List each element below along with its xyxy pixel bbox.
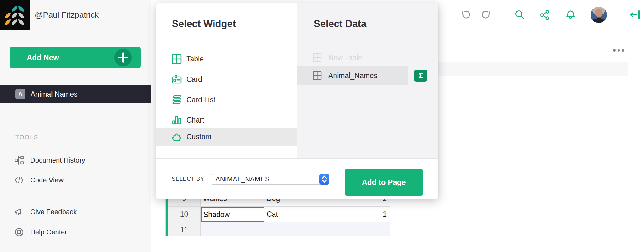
up-down-chevrons-icon xyxy=(319,174,329,185)
left-sidebar: Add New A Animal Names TOOLS Document Hi… xyxy=(0,30,151,252)
select-by-label: SELECT BY xyxy=(172,159,204,199)
table-grid-icon xyxy=(172,54,182,64)
widget-option-label: Chart xyxy=(186,111,204,129)
row-number[interactable]: 11 xyxy=(168,222,201,236)
redo-icon[interactable] xyxy=(481,9,492,20)
select-data-panel: Select Data New Table Animal_Names Σ xyxy=(297,3,438,158)
tool-label: Code View xyxy=(30,173,64,188)
widget-option-label: Table xyxy=(186,50,204,68)
select-widget-panel: Select Widget Table Card Card List Chart xyxy=(156,3,297,158)
grist-logo-icon[interactable] xyxy=(0,0,30,30)
data-option-label: New Table xyxy=(328,48,362,67)
widget-option-label: Card List xyxy=(186,91,215,109)
widget-option-card[interactable]: Card xyxy=(156,70,297,89)
select-by-value: ANIMAL_NAMES xyxy=(215,174,269,184)
card-list-icon xyxy=(172,95,182,105)
modal-footer: SELECT BY ANIMAL_NAMES Add to Page xyxy=(156,158,438,199)
life-ring-icon xyxy=(14,227,24,237)
card-icon xyxy=(172,74,182,84)
widget-option-chart[interactable]: Chart xyxy=(156,111,297,129)
widget-option-custom[interactable]: Custom xyxy=(156,128,297,146)
add-new-button[interactable]: Add New xyxy=(10,47,141,68)
workspace-user-name[interactable]: @Paul Fitzpatrick xyxy=(35,0,99,30)
sidebar-item-give-feedback[interactable]: Give Feedback xyxy=(0,204,151,220)
data-option-animal-names[interactable]: Animal_Names xyxy=(297,66,408,85)
sidebar-item-code-view[interactable]: Code View xyxy=(0,173,151,188)
tool-label: Help Center xyxy=(30,225,67,240)
data-option-label: Animal_Names xyxy=(328,66,377,85)
document-history-icon xyxy=(14,156,24,165)
cell-type[interactable] xyxy=(264,222,328,236)
user-avatar[interactable] xyxy=(591,7,607,23)
sidebar-item-help-center[interactable]: Help Center xyxy=(0,225,151,240)
add-widget-modal: Select Widget Table Card Card List Chart xyxy=(156,3,438,199)
plus-icon xyxy=(114,49,132,66)
tool-label: Document History xyxy=(30,153,85,168)
puzzle-icon xyxy=(172,132,182,142)
widget-menu-ellipsis-icon[interactable] xyxy=(613,49,629,52)
widget-option-label: Card xyxy=(186,70,202,89)
data-option-new-table[interactable]: New Table xyxy=(297,48,408,67)
widget-option-table[interactable]: Table xyxy=(156,50,297,68)
page-initial-badge: A xyxy=(15,89,25,99)
search-icon[interactable] xyxy=(514,9,525,20)
collapse-panel-icon[interactable] xyxy=(628,9,641,20)
select-widget-title: Select Widget xyxy=(172,18,236,30)
selected-cell[interactable]: Shadow xyxy=(201,207,264,222)
table-row-new[interactable]: 11 xyxy=(168,222,390,236)
summarize-sigma-button[interactable]: Σ xyxy=(414,70,427,82)
sidebar-item-document-history[interactable]: Document History xyxy=(0,153,151,168)
select-by-dropdown[interactable]: ANIMAL_NAMES xyxy=(211,174,329,185)
megaphone-icon xyxy=(14,207,24,217)
tool-label: Give Feedback xyxy=(30,204,77,220)
sidebar-item-animal-names[interactable]: A Animal Names xyxy=(0,85,151,103)
cell-type[interactable]: Cat xyxy=(264,207,328,222)
share-icon[interactable] xyxy=(539,9,550,20)
code-icon xyxy=(14,175,24,185)
undo-icon[interactable] xyxy=(460,9,471,20)
table-grid-icon xyxy=(313,71,322,80)
add-to-page-button[interactable]: Add to Page xyxy=(345,169,423,196)
cell-count[interactable] xyxy=(328,222,390,236)
cell-name[interactable] xyxy=(201,222,264,236)
tools-heading: TOOLS xyxy=(15,134,38,141)
bar-chart-icon xyxy=(172,115,182,125)
page-label: Animal Names xyxy=(31,85,78,103)
table-grid-icon xyxy=(313,53,322,62)
add-new-label: Add New xyxy=(27,47,59,68)
cell-count[interactable]: 1 xyxy=(328,207,390,222)
row-number[interactable]: 10 xyxy=(168,207,201,222)
bell-icon[interactable] xyxy=(565,9,576,20)
select-data-title: Select Data xyxy=(314,18,366,30)
widget-option-label: Custom xyxy=(186,128,211,146)
widget-option-card-list[interactable]: Card List xyxy=(156,91,297,109)
